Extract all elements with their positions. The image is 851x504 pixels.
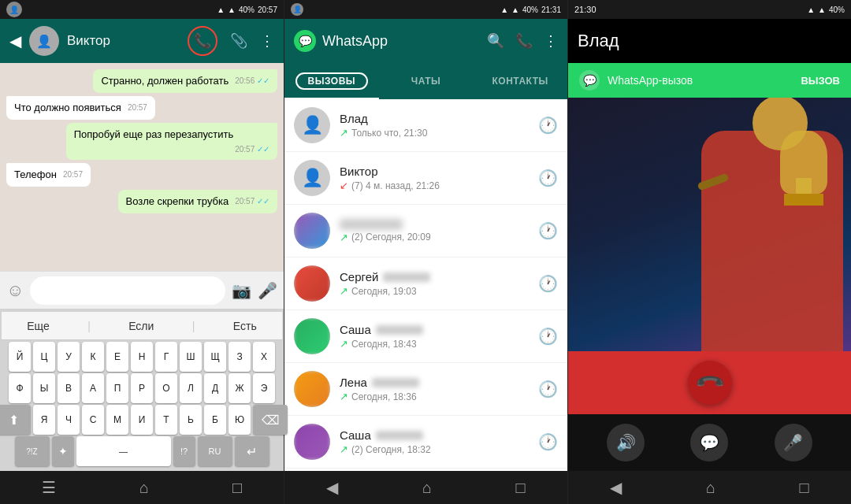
add-call-button[interactable]: 📞 <box>515 32 533 50</box>
nav-home[interactable]: ⌂ <box>139 479 149 497</box>
end-call-button[interactable]: 📞 <box>688 361 732 405</box>
key-н[interactable]: Н <box>131 342 153 372</box>
call-avatar-lena <box>294 371 330 407</box>
battery-ac: 40% <box>829 6 845 14</box>
key-ь[interactable]: Ь <box>180 405 202 435</box>
nav-bar-calls: ◀ ⌂ □ <box>284 471 567 504</box>
message-time: 20:57 <box>63 169 83 180</box>
key-о[interactable]: О <box>155 373 177 403</box>
back-button[interactable]: ◀ <box>9 32 21 50</box>
key-х[interactable]: Х <box>253 342 275 372</box>
call-info-icon-vlad[interactable]: 🕐 <box>538 116 558 135</box>
nav-menu[interactable]: ☰ <box>42 478 56 497</box>
tab-contacts[interactable]: КОНТАКТЫ <box>473 65 567 99</box>
contact-avatar: 👤 <box>29 26 59 56</box>
backspace-key[interactable]: ⌫ <box>253 405 288 435</box>
more-icon[interactable]: ⋮ <box>260 32 274 50</box>
tab-calls[interactable]: ВЫЗОВЫ <box>284 65 379 99</box>
speaker-button[interactable]: 🔊 <box>607 424 645 461</box>
lang-key[interactable]: RU <box>198 436 232 466</box>
nav-back-calls[interactable]: ◀ <box>326 478 338 497</box>
key-б[interactable]: Б <box>204 405 226 435</box>
call-info-lena: Лена ↗ Сегодня, 18:36 <box>340 376 529 402</box>
camera-icon[interactable]: 📷 <box>232 281 251 300</box>
search-button[interactable]: 🔍 <box>487 32 504 50</box>
tab-chats[interactable]: ЧАТЫ <box>379 65 474 99</box>
key-т[interactable]: Т <box>155 405 177 435</box>
numbers-key[interactable]: ?!Z <box>15 436 50 466</box>
keyboard-row-2: Ф Ы В А П Р О Л Д Ж Э <box>2 373 282 403</box>
ac-photo-area <box>568 98 851 351</box>
key-е[interactable]: Е <box>106 342 128 372</box>
header-icons: 📞 📎 ⋮ <box>188 26 274 56</box>
nav-home-ac[interactable]: ⌂ <box>706 479 715 497</box>
key-щ[interactable]: Щ <box>204 342 226 372</box>
key-ц[interactable]: Ц <box>33 342 55 372</box>
key-й[interactable]: Й <box>9 342 31 372</box>
key-с[interactable]: С <box>82 405 104 435</box>
call-item-lena[interactable]: Лена ↗ Сегодня, 18:36 🕐 <box>284 363 567 416</box>
special-key[interactable]: ✦ <box>52 436 74 466</box>
call-direction-icon: ↗ <box>340 232 348 243</box>
call-info-icon-sasha2[interactable]: 🕐 <box>538 432 558 451</box>
key-у[interactable]: У <box>58 342 80 372</box>
nav-home-calls[interactable]: ⌂ <box>422 479 432 497</box>
call-item-sasha1[interactable]: Саша ↗ Сегодня, 18:43 🕐 <box>284 310 567 363</box>
call-item-viktor[interactable]: 👤 Виктор ↙ (7) 4 м. назад, 21:26 🕐 <box>284 152 567 205</box>
mute-button[interactable]: 🎤 <box>775 424 812 461</box>
message-text: Что должно появиться <box>14 102 121 113</box>
more-button-calls[interactable]: ⋮ <box>544 32 558 50</box>
key-г[interactable]: Г <box>155 342 177 372</box>
emoji-button[interactable]: ☺ <box>6 280 24 301</box>
key-а[interactable]: А <box>82 373 104 403</box>
key-э[interactable]: Э <box>253 373 275 403</box>
message-input[interactable] <box>30 276 225 305</box>
call-item-sasha2[interactable]: Саша ↗ (2) Сегодня, 18:32 🕐 <box>284 416 567 469</box>
key-д[interactable]: Д <box>204 373 226 403</box>
paperclip-icon[interactable]: 📎 <box>230 32 247 50</box>
call-item-3[interactable]: ↗ (2) Сегодня, 20:09 🕐 <box>284 205 567 258</box>
key-ч[interactable]: Ч <box>58 405 80 435</box>
call-item-vlad[interactable]: 👤 Влад ↗ Только что, 21:30 🕐 <box>284 99 567 152</box>
ac-controls-bar: 🔊 💬 🎤 <box>568 414 851 471</box>
call-button[interactable]: 📞 <box>188 26 217 56</box>
call-info-icon-lena[interactable]: 🕐 <box>538 380 558 398</box>
key-ш[interactable]: Ш <box>180 342 202 372</box>
key-л[interactable]: Л <box>180 373 202 403</box>
key-з[interactable]: З <box>229 342 251 372</box>
call-info-icon-3[interactable]: 🕐 <box>538 221 558 240</box>
signal-icon: ▲ <box>217 6 225 14</box>
call-info-icon-viktor[interactable]: 🕐 <box>538 169 558 187</box>
key-м[interactable]: М <box>106 405 128 435</box>
key-р[interactable]: Р <box>131 373 153 403</box>
call-action-button[interactable]: ВЫЗОВ <box>801 75 840 87</box>
tab-contacts-label: КОНТАКТЫ <box>492 76 548 87</box>
key-ю[interactable]: Ю <box>229 405 251 435</box>
message-button[interactable]: 💬 <box>690 424 728 461</box>
call-item-sergei[interactable]: Сергей ↗ Сегодня, 19:03 🕐 <box>284 258 567 310</box>
suggestion-2[interactable]: Если <box>128 320 154 332</box>
message-2: Что должно появиться 20:57 <box>6 96 155 120</box>
key-ф[interactable]: Ф <box>9 373 31 403</box>
key-к[interactable]: К <box>82 342 104 372</box>
key-и[interactable]: И <box>131 405 153 435</box>
key-я[interactable]: Я <box>33 405 55 435</box>
call-info-icon-sergei[interactable]: 🕐 <box>538 274 558 293</box>
key-ы[interactable]: Ы <box>33 373 55 403</box>
call-info-icon-sasha1[interactable]: 🕐 <box>538 327 558 346</box>
nav-back-ac[interactable]: ◀ <box>610 478 622 497</box>
microphone-icon[interactable]: 🎤 <box>258 281 277 300</box>
key-в[interactable]: В <box>58 373 80 403</box>
key-ж[interactable]: Ж <box>229 373 251 403</box>
nav-recents[interactable]: □ <box>232 479 242 497</box>
key-п[interactable]: П <box>106 373 128 403</box>
chat-input-bar: ☺ 📷 🎤 <box>0 271 284 309</box>
shift-key[interactable]: ⬆ <box>0 405 31 435</box>
suggestion-1[interactable]: Еще <box>27 320 50 332</box>
nav-recents-ac[interactable]: □ <box>800 479 809 497</box>
punctuation-key[interactable]: !? <box>173 436 195 466</box>
enter-key[interactable]: ↵ <box>235 436 269 466</box>
suggestion-3[interactable]: Есть <box>233 320 257 332</box>
nav-recents-calls[interactable]: □ <box>516 479 526 497</box>
space-key[interactable]: — <box>76 436 171 466</box>
